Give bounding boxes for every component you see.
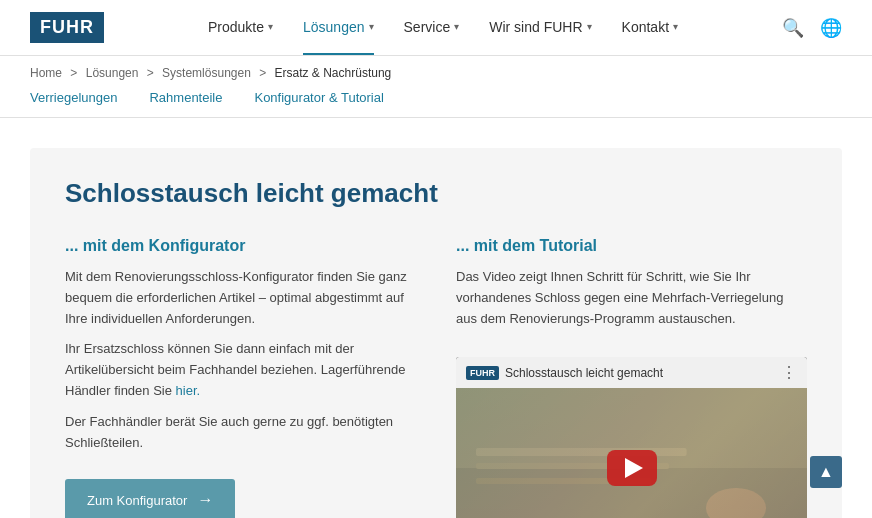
left-para2-text: Ihr Ersatzschloss können Sie dann einfac… <box>65 341 405 398</box>
breadcrumb: Home > Lösungen > Systemlösungen > Ersat… <box>0 56 872 90</box>
video-thumbnail[interactable] <box>456 388 807 518</box>
breadcrumb-home[interactable]: Home <box>30 66 62 80</box>
sub-nav: Verriegelungen Rahmenteile Konfigurator … <box>0 90 872 118</box>
breadcrumb-systemloesungen[interactable]: Systemlösungen <box>162 66 251 80</box>
chevron-down-icon: ▾ <box>369 21 374 32</box>
nav-item-service[interactable]: Service ▾ <box>404 1 460 55</box>
left-para1: Mit dem Renovierungsschloss-Konfigurator… <box>65 267 416 329</box>
right-column: ... mit dem Tutorial Das Video zeigt Ihn… <box>456 237 807 518</box>
left-para3: Der Fachhändler berät Sie auch gerne zu … <box>65 412 416 454</box>
left-para2: Ihr Ersatzschloss können Sie dann einfac… <box>65 339 416 401</box>
left-column: ... mit dem Konfigurator Mit dem Renovie… <box>65 237 416 518</box>
right-heading: ... mit dem Tutorial <box>456 237 807 255</box>
subnav-verriegelungen[interactable]: Verriegelungen <box>30 90 133 105</box>
header-icons: 🔍 🌐 <box>782 17 842 39</box>
scroll-to-top-button[interactable]: ▲ <box>810 456 842 488</box>
breadcrumb-separator-3: > <box>259 66 269 80</box>
video-menu-icon[interactable]: ⋮ <box>781 363 797 382</box>
chevron-down-icon: ▾ <box>454 21 459 32</box>
chevron-down-icon: ▾ <box>673 21 678 32</box>
video-top-bar-left: FUHR Schlosstausch leicht gemacht <box>466 366 663 380</box>
video-title: Schlosstausch leicht gemacht <box>505 366 663 380</box>
card-title: Schlosstausch leicht gemacht <box>65 178 807 209</box>
globe-icon[interactable]: 🌐 <box>820 17 842 39</box>
main-content: Schlosstausch leicht gemacht ... mit dem… <box>0 118 872 518</box>
logo: FUHR <box>30 12 104 43</box>
breadcrumb-separator-2: > <box>147 66 157 80</box>
header: FUHR Produkte ▾ Lösungen ▾ Service ▾ Wir… <box>0 0 872 56</box>
play-button[interactable] <box>607 450 657 486</box>
search-icon[interactable]: 🔍 <box>782 17 804 39</box>
main-nav: Produkte ▾ Lösungen ▾ Service ▾ Wir sind… <box>208 1 678 55</box>
nav-item-loesungen[interactable]: Lösungen ▾ <box>303 1 374 55</box>
chevron-down-icon: ▾ <box>587 21 592 32</box>
arrow-icon: → <box>197 491 213 509</box>
nav-item-produkte[interactable]: Produkte ▾ <box>208 1 273 55</box>
nav-item-kontakt[interactable]: Kontakt ▾ <box>622 1 678 55</box>
youtube-logo: FUHR <box>466 366 499 380</box>
nav-label-kontakt: Kontakt <box>622 19 669 35</box>
nav-label-produkte: Produkte <box>208 19 264 35</box>
nav-label-loesungen: Lösungen <box>303 19 365 35</box>
breadcrumb-loesungen[interactable]: Lösungen <box>86 66 139 80</box>
content-card: Schlosstausch leicht gemacht ... mit dem… <box>30 148 842 518</box>
video-top-bar: FUHR Schlosstausch leicht gemacht ⋮ <box>456 357 807 388</box>
breadcrumb-current: Ersatz & Nachrüstung <box>275 66 392 80</box>
konfigurator-button-label: Zum Konfigurator <box>87 493 187 508</box>
nav-label-service: Service <box>404 19 451 35</box>
hier-link[interactable]: hier. <box>176 383 201 398</box>
nav-label-wir-sind-fuhr: Wir sind FUHR <box>489 19 582 35</box>
konfigurator-button[interactable]: Zum Konfigurator → <box>65 479 235 518</box>
left-heading: ... mit dem Konfigurator <box>65 237 416 255</box>
subnav-konfigurator-tutorial[interactable]: Konfigurator & Tutorial <box>254 90 399 105</box>
breadcrumb-separator: > <box>70 66 80 80</box>
two-col-layout: ... mit dem Konfigurator Mit dem Renovie… <box>65 237 807 518</box>
nav-item-wir-sind-fuhr[interactable]: Wir sind FUHR ▾ <box>489 1 591 55</box>
right-para: Das Video zeigt Ihnen Schritt für Schrit… <box>456 267 807 329</box>
chevron-down-icon: ▾ <box>268 21 273 32</box>
subnav-rahmenteile[interactable]: Rahmenteile <box>149 90 238 105</box>
video-container: FUHR Schlosstausch leicht gemacht ⋮ <box>456 357 807 518</box>
